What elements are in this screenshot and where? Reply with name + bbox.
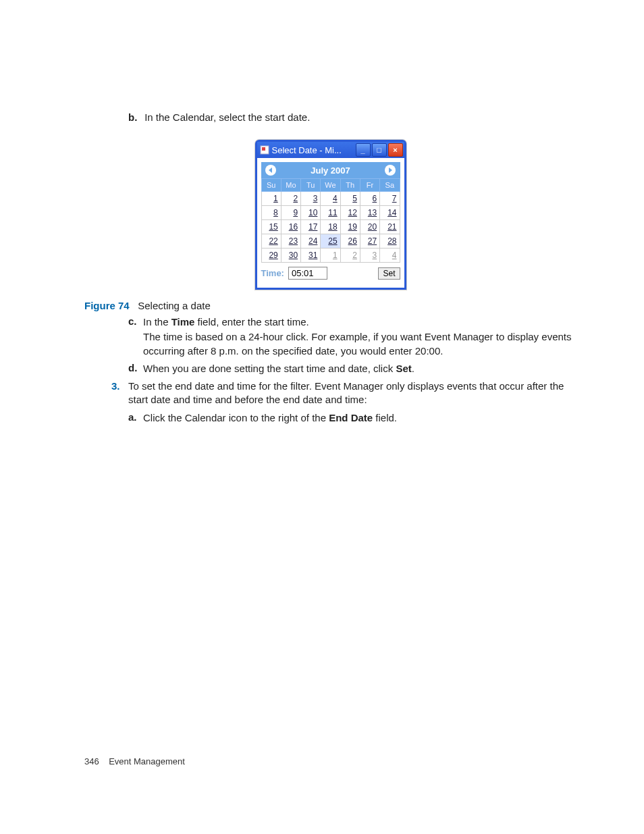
day-header: Fr bbox=[360, 179, 379, 192]
calendar-day[interactable]: 25 bbox=[321, 234, 340, 249]
day-header: Tu bbox=[301, 179, 321, 192]
step-3a-marker: a. bbox=[128, 411, 137, 423]
step-c-line2: The time is based on a 24-hour click. Fo… bbox=[143, 330, 576, 358]
time-row: Time: Set bbox=[261, 267, 400, 280]
calendar-day[interactable]: 9 bbox=[281, 206, 300, 220]
day-header: Su bbox=[261, 179, 281, 192]
close-button[interactable]: × bbox=[388, 143, 403, 157]
calendar-day[interactable]: 4 bbox=[380, 249, 400, 263]
figure-caption: Figure 74 Selecting a date bbox=[84, 300, 576, 311]
svg-marker-3 bbox=[389, 167, 392, 173]
svg-marker-2 bbox=[269, 167, 272, 173]
calendar-day[interactable]: 16 bbox=[281, 220, 300, 234]
calendar-day[interactable]: 14 bbox=[380, 206, 400, 220]
step-3-marker: 3. bbox=[111, 380, 120, 393]
calendar-week: 15161718192021 bbox=[261, 220, 400, 234]
section-name: Event Management bbox=[109, 756, 185, 766]
calendar-day[interactable]: 13 bbox=[360, 206, 379, 220]
month-label: July 2007 bbox=[311, 165, 350, 176]
calendar-day[interactable]: 7 bbox=[380, 192, 400, 206]
page-footer: 346 Event Management bbox=[84, 756, 185, 766]
day-header: We bbox=[321, 179, 340, 192]
calendar-day[interactable]: 27 bbox=[360, 234, 379, 249]
minimize-button[interactable]: _ bbox=[356, 143, 371, 157]
calendar-day[interactable]: 2 bbox=[281, 192, 300, 206]
step-c: c. In the Time field, enter the start ti… bbox=[128, 315, 576, 358]
calendar-day[interactable]: 26 bbox=[340, 234, 360, 249]
calendar-day[interactable]: 3 bbox=[360, 249, 379, 263]
next-month-icon[interactable] bbox=[385, 165, 396, 176]
day-header-row: SuMoTuWeThFrSa bbox=[261, 179, 400, 192]
calendar-day[interactable]: 10 bbox=[301, 206, 321, 220]
calendar-day[interactable]: 17 bbox=[301, 220, 321, 234]
calendar-grid: SuMoTuWeThFrSa 1234567891011121314151617… bbox=[261, 178, 400, 263]
figure-caption-text: Selecting a date bbox=[138, 300, 211, 311]
time-label: Time: bbox=[261, 268, 284, 278]
calendar-day[interactable]: 4 bbox=[321, 192, 340, 206]
calendar-day[interactable]: 18 bbox=[321, 220, 340, 234]
calendar-day[interactable]: 22 bbox=[261, 234, 281, 249]
month-nav: July 2007 bbox=[261, 162, 400, 178]
calendar-day[interactable]: 21 bbox=[380, 220, 400, 234]
step-d: d. When you are done setting the start t… bbox=[128, 362, 576, 375]
step-d-marker: d. bbox=[128, 362, 137, 373]
step-3a: a. Click the Calendar icon to the right … bbox=[128, 411, 576, 425]
calendar-day[interactable]: 20 bbox=[360, 220, 379, 234]
set-button[interactable]: Set bbox=[378, 267, 400, 280]
calendar-day[interactable]: 15 bbox=[261, 220, 281, 234]
calendar-day[interactable]: 5 bbox=[340, 192, 360, 206]
figure-screenshot: Select Date - Mi... _ □ × July 2007 SuMo… bbox=[84, 140, 576, 290]
svg-rect-1 bbox=[262, 147, 265, 151]
step-3-text: To set the end date and time for the fil… bbox=[128, 380, 564, 405]
figure-label: Figure 74 bbox=[84, 300, 130, 311]
step-c-marker: c. bbox=[128, 315, 137, 327]
app-icon bbox=[260, 145, 269, 155]
prev-month-icon[interactable] bbox=[265, 165, 276, 176]
step-3: 3. To set the end date and time for the … bbox=[111, 380, 576, 407]
calendar-week: 2930311234 bbox=[261, 249, 400, 263]
day-header: Th bbox=[340, 179, 360, 192]
calendar-day[interactable]: 2 bbox=[340, 249, 360, 263]
calendar-day[interactable]: 29 bbox=[261, 249, 281, 263]
calendar-week: 1234567 bbox=[261, 192, 400, 206]
day-header: Mo bbox=[281, 179, 300, 192]
step-b: b. In the Calendar, select the start dat… bbox=[128, 111, 576, 123]
calendar-day[interactable]: 6 bbox=[360, 192, 379, 206]
dialog-title: Select Date - Mi... bbox=[272, 145, 354, 155]
calendar-day[interactable]: 19 bbox=[340, 220, 360, 234]
step-b-marker: b. bbox=[128, 111, 142, 123]
step-b-text: In the Calendar, select the start date. bbox=[144, 111, 310, 123]
calendar-day[interactable]: 28 bbox=[380, 234, 400, 249]
calendar-day[interactable]: 12 bbox=[340, 206, 360, 220]
calendar-day[interactable]: 24 bbox=[301, 234, 321, 249]
calendar-day[interactable]: 1 bbox=[321, 249, 340, 263]
page-number: 346 bbox=[84, 756, 99, 766]
calendar-body: 1234567891011121314151617181920212223242… bbox=[261, 192, 400, 263]
calendar-day[interactable]: 1 bbox=[261, 192, 281, 206]
time-input[interactable] bbox=[288, 267, 327, 280]
titlebar: Select Date - Mi... _ □ × bbox=[257, 142, 404, 158]
calendar-day[interactable]: 30 bbox=[281, 249, 300, 263]
calendar-day[interactable]: 8 bbox=[261, 206, 281, 220]
calendar-day[interactable]: 11 bbox=[321, 206, 340, 220]
calendar-week: 22232425262728 bbox=[261, 234, 400, 249]
select-date-dialog: Select Date - Mi... _ □ × July 2007 SuMo… bbox=[255, 140, 406, 290]
calendar-week: 891011121314 bbox=[261, 206, 400, 220]
calendar-day[interactable]: 3 bbox=[301, 192, 321, 206]
maximize-button[interactable]: □ bbox=[372, 143, 387, 157]
calendar-day[interactable]: 31 bbox=[301, 249, 321, 263]
day-header: Sa bbox=[380, 179, 400, 192]
calendar-day[interactable]: 23 bbox=[281, 234, 300, 249]
